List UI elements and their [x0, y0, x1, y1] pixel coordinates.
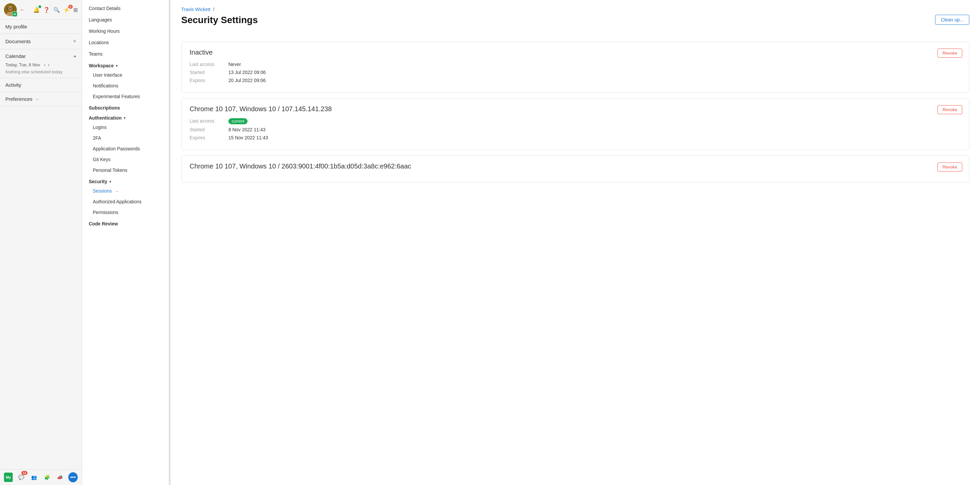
footer-my-icon[interactable]: My: [4, 472, 13, 482]
sidebar-item-documents[interactable]: Documents +: [0, 34, 82, 49]
mid-nav-git-keys[interactable]: Git Keys: [82, 154, 169, 165]
session-row-expires-inactive: Expires 20 Jul 2022 09:06: [189, 78, 961, 83]
calendar-add-icon[interactable]: +: [73, 53, 76, 59]
sessions-arrow-indicator: ←: [115, 189, 119, 194]
breadcrumb: Travis Wickett /: [181, 7, 969, 12]
mid-nav-contact-details[interactable]: Contact Details: [82, 3, 169, 14]
session-card-current: Chrome 10 107, Windows 10 / 107.145.141.…: [181, 98, 969, 150]
mid-nav-working-hours[interactable]: Working Hours: [82, 25, 169, 37]
calendar-header: Calendar +: [0, 49, 82, 61]
mid-nav-notifications[interactable]: Notifications: [82, 80, 169, 91]
sidebar-item-preferences[interactable]: Preferences ←: [0, 92, 82, 106]
page-title: Security Settings: [181, 15, 258, 25]
lightning-count: 5: [68, 5, 73, 9]
cleanup-button[interactable]: Clean up...: [935, 15, 969, 25]
session-row-started-current: Started 8 Nov 2022 11:43: [189, 127, 961, 132]
footer-users-icon[interactable]: 👥: [30, 472, 38, 482]
main-content: Travis Wickett / Security Settings Clean…: [170, 0, 980, 485]
mid-nav-app-passwords[interactable]: Application Passwords: [82, 143, 169, 154]
session-label-lastaccess: Last access: [189, 62, 223, 67]
middle-sidebar: Contact Details Languages Working Hours …: [82, 0, 169, 485]
mid-nav-locations[interactable]: Locations: [82, 37, 169, 48]
sidebar-footer: My 💬 13 👥 🧩 📣 •••: [0, 469, 82, 485]
calendar-next-icon[interactable]: ›: [48, 62, 49, 67]
mid-nav-teams[interactable]: Teams: [82, 48, 169, 60]
session-title-inactive: Inactive: [189, 49, 961, 56]
calendar-prev-icon[interactable]: ‹: [44, 62, 45, 67]
mid-nav-authorized-apps[interactable]: Authorized Applications: [82, 196, 169, 207]
header-icons: 🔔 ❓ 🔍 ⚡ 5 ⊞: [33, 7, 78, 13]
breadcrumb-user[interactable]: Travis Wickett: [181, 7, 210, 12]
add-icon[interactable]: ⊞: [73, 7, 78, 13]
session-label-lastaccess-current: Last access: [189, 118, 223, 124]
chat-badge: 13: [21, 471, 27, 475]
preferences-arrow-indicator: ←: [35, 97, 40, 102]
calendar-date: Today, Tue, 8 Nov ‹ ›: [0, 61, 82, 69]
session-label-expires: Expires: [189, 78, 223, 83]
sidebar-header: M ← 🔔 ❓ 🔍 ⚡ 5 ⊞: [0, 0, 82, 20]
session-card-inactive: Inactive Revoke Last access Never Starte…: [181, 41, 969, 93]
revoke-button-inactive[interactable]: Revoke: [937, 49, 962, 57]
session-label-started-current: Started: [189, 127, 223, 132]
session-row-lastaccess-current: Last access current: [189, 118, 961, 124]
left-sidebar: M ← 🔔 ❓ 🔍 ⚡ 5 ⊞ My profile Documents + C…: [0, 0, 82, 485]
footer-chat-icon[interactable]: 💬 13: [17, 472, 25, 482]
sidebar-item-myprofile[interactable]: My profile: [0, 20, 82, 34]
session-label-started: Started: [189, 70, 223, 75]
mid-nav-2fa[interactable]: 2FA: [82, 133, 169, 143]
help-icon[interactable]: ❓: [43, 7, 50, 13]
revoke-button-current[interactable]: Revoke: [937, 105, 962, 114]
session-value-started-current: 8 Nov 2022 11:43: [228, 127, 266, 132]
mid-section-code-review[interactable]: Code Review: [82, 218, 169, 228]
current-badge: current: [228, 118, 248, 124]
footer-megaphone-icon[interactable]: 📣: [55, 472, 64, 482]
session-label-expires-current: Expires: [189, 135, 223, 140]
notification-dot: [38, 5, 41, 8]
session-row-lastaccess-inactive: Last access Never: [189, 62, 961, 67]
session-value-expires: 20 Jul 2022 09:06: [228, 78, 266, 83]
search-icon[interactable]: 🔍: [53, 7, 60, 13]
mid-nav-permissions[interactable]: Permissions: [82, 207, 169, 218]
mid-section-subscriptions[interactable]: Subscriptions: [82, 102, 169, 112]
session-value-expires-current: 15 Nov 2022 11:43: [228, 135, 268, 140]
session-value-lastaccess: Never: [228, 62, 241, 67]
mid-nav-sessions[interactable]: Sessions ←: [82, 186, 169, 196]
mid-nav-user-interface[interactable]: User Interface: [82, 70, 169, 80]
mid-nav-personal-tokens[interactable]: Personal Tokens: [82, 165, 169, 175]
avatar-badge: M: [12, 11, 18, 17]
calendar-empty: Nothing else scheduled today: [0, 69, 82, 78]
mid-nav-logins[interactable]: Logins: [82, 122, 169, 133]
mid-section-security[interactable]: Security ▼: [82, 175, 169, 186]
footer-puzzle-icon[interactable]: 🧩: [43, 472, 51, 482]
mid-nav-languages[interactable]: Languages: [82, 14, 169, 25]
session-value-started: 13 Jul 2022 09:06: [228, 70, 266, 75]
session-row-started-inactive: Started 13 Jul 2022 09:06: [189, 70, 961, 75]
avatar-arrow-indicator: ←: [19, 6, 25, 13]
revoke-button-ipv6[interactable]: Revoke: [937, 162, 962, 172]
lightning-icon[interactable]: ⚡ 5: [63, 7, 70, 13]
sidebar-item-activity[interactable]: Activity: [0, 78, 82, 92]
breadcrumb-separator: /: [213, 7, 214, 12]
calendar-section: Calendar + Today, Tue, 8 Nov ‹ › Nothing…: [0, 49, 82, 78]
mid-nav-experimental-features[interactable]: Experimental Features: [82, 91, 169, 102]
mid-section-authentication[interactable]: Authentication ▼: [82, 112, 169, 122]
session-title-ipv6: Chrome 10 107, Windows 10 / 2603:9001:4f…: [189, 162, 961, 170]
footer-more-icon[interactable]: •••: [68, 472, 78, 482]
mid-section-workspace[interactable]: Workspace ▼: [82, 60, 169, 70]
session-title-current: Chrome 10 107, Windows 10 / 107.145.141.…: [189, 105, 961, 113]
security-chevron-icon: ▼: [108, 180, 112, 184]
session-card-ipv6: Chrome 10 107, Windows 10 / 2603:9001:4f…: [181, 156, 969, 183]
workspace-chevron-icon: ▼: [115, 64, 118, 68]
documents-add-icon[interactable]: +: [73, 38, 76, 45]
auth-chevron-icon: ▼: [123, 116, 126, 120]
notification-bell-icon[interactable]: 🔔: [33, 7, 40, 13]
avatar-wrapper[interactable]: M: [4, 3, 17, 16]
session-row-expires-current: Expires 15 Nov 2022 11:43: [189, 135, 961, 140]
